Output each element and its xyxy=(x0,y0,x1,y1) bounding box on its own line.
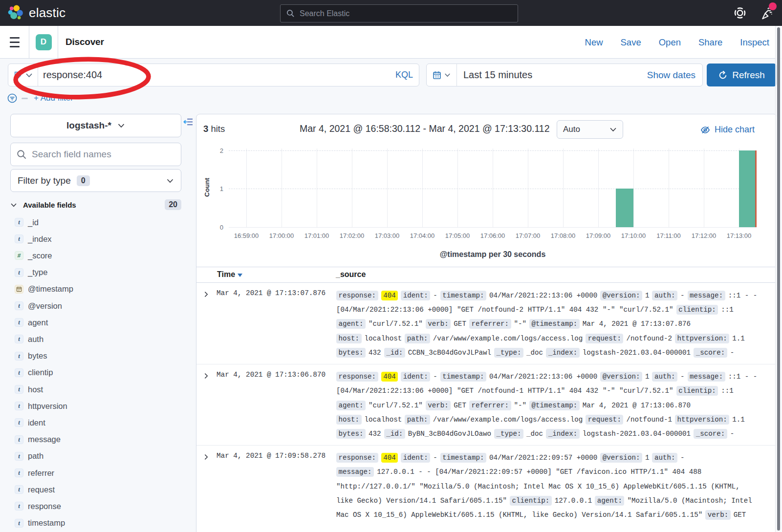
newsfeed-icon[interactable] xyxy=(760,6,774,20)
field-value: GET xyxy=(454,320,466,328)
field-item-version[interactable]: t@version xyxy=(15,300,62,312)
field-name-badge: @version: xyxy=(600,291,642,300)
collapse-sidebar-icon[interactable] xyxy=(183,117,194,127)
field-item-referrer[interactable]: treferrer xyxy=(15,467,54,479)
gridline-vertical xyxy=(387,149,388,227)
show-dates-button[interactable]: Show dates xyxy=(647,70,702,81)
date-picker: Last 15 minutes Show dates xyxy=(426,64,703,86)
gridline-vertical xyxy=(633,149,634,227)
field-item-path[interactable]: tpath xyxy=(15,450,43,462)
add-filter-button[interactable]: + Add filter xyxy=(34,93,73,103)
field-item-index[interactable]: t_index xyxy=(15,233,52,245)
nav-link-new[interactable]: New xyxy=(585,37,603,48)
query-input[interactable]: response:404 KQL xyxy=(8,64,419,86)
field-value: 1 xyxy=(645,373,650,381)
row-time[interactable]: Mar 4, 2021 @ 17:13:06.870 xyxy=(217,371,326,379)
source-line: "http://127.0.0.1/" "Mozilla/5.0 (Macint… xyxy=(336,479,752,493)
nav-link-save[interactable]: Save xyxy=(621,37,641,48)
row-time[interactable]: Mar 4, 2021 @ 17:13:07.876 xyxy=(217,289,326,297)
field-item-timestamp[interactable]: ttimestamp xyxy=(15,517,65,529)
field-item-type[interactable]: t_type xyxy=(15,267,47,278)
field-value: - xyxy=(433,373,437,381)
field-item-httpversion[interactable]: thttpversion xyxy=(15,400,67,412)
field-item-id[interactable]: t_id xyxy=(15,216,39,228)
filter-by-type-select[interactable]: Filter by type 0 xyxy=(10,169,181,192)
sort-desc-icon[interactable] xyxy=(238,274,242,277)
nav-link-inspect[interactable]: Inspect xyxy=(740,37,769,48)
field-item-host[interactable]: thost xyxy=(15,383,43,395)
help-icon[interactable] xyxy=(733,6,747,20)
field-item-message[interactable]: tmessage xyxy=(15,434,61,446)
column-header-time[interactable]: Time xyxy=(217,270,235,279)
date-quick-select-button[interactable] xyxy=(427,64,457,86)
field-value: 1 xyxy=(645,292,650,299)
row-time[interactable]: Mar 4, 2021 @ 17:09:58.278 xyxy=(217,452,326,460)
string-type-icon: t xyxy=(15,268,23,277)
x-axis-tick-label: 17:03:00 xyxy=(375,232,400,239)
source-line: [04/Mar/2021:22:13:06 +0000] "GET /notfo… xyxy=(336,384,757,398)
elastic-brand[interactable]: elastic xyxy=(0,4,65,22)
expand-row-icon[interactable] xyxy=(203,291,209,298)
field-name-badge: bytes: xyxy=(336,348,366,358)
field-value: 1.1 xyxy=(732,416,745,424)
string-type-icon: t xyxy=(15,234,23,243)
field-item-auth[interactable]: tauth xyxy=(15,333,43,345)
field-item-clientip[interactable]: tclientip xyxy=(15,367,53,379)
field-name-badge: httpversion: xyxy=(675,334,729,343)
field-name-badge: response: xyxy=(336,291,378,300)
histogram-bar[interactable] xyxy=(616,189,633,227)
field-name-badge: agent: xyxy=(336,319,366,329)
y-axis-tick-label: 1 xyxy=(220,185,223,192)
refresh-button[interactable]: Refresh xyxy=(707,64,777,86)
index-pattern-select[interactable]: logstash-* xyxy=(10,114,181,137)
field-item-bytes[interactable]: tbytes xyxy=(15,350,47,362)
x-axis-tick-label: 17:04:00 xyxy=(410,232,435,239)
expand-row-icon[interactable] xyxy=(203,454,209,460)
nav-link-share[interactable]: Share xyxy=(698,37,722,48)
discover-app-icon[interactable]: D xyxy=(29,26,58,58)
field-value: - xyxy=(680,454,685,462)
gridline-vertical xyxy=(422,149,423,227)
global-search-input[interactable]: Search Elastic xyxy=(280,4,518,22)
field-search-input[interactable]: Search field names xyxy=(10,143,181,166)
string-type-icon: t xyxy=(15,502,23,511)
filter-menu-icon[interactable] xyxy=(7,93,17,103)
field-item-ident[interactable]: tident xyxy=(15,417,45,428)
scrollbar-thumb[interactable] xyxy=(777,27,780,531)
string-type-icon: t xyxy=(15,452,23,461)
field-item-response[interactable]: tresponse xyxy=(15,500,61,512)
saved-query-menu-button[interactable] xyxy=(8,64,38,86)
field-value: - xyxy=(433,292,437,299)
string-type-icon: t xyxy=(15,385,23,394)
field-name-badge: timestamp: xyxy=(440,372,486,382)
table-row: Mar 4, 2021 @ 17:13:06.870response:404id… xyxy=(196,364,777,446)
string-type-icon: t xyxy=(15,368,23,377)
histogram-bar[interactable] xyxy=(739,150,757,227)
field-name-badge: clientip: xyxy=(510,496,552,506)
field-value: localhost xyxy=(365,416,402,424)
field-name-badge: host: xyxy=(336,334,362,343)
refresh-icon xyxy=(718,71,727,80)
field-item-timestamp[interactable]: @timestamp xyxy=(15,283,73,295)
search-icon xyxy=(17,149,27,160)
field-item-agent[interactable]: tagent xyxy=(15,317,48,328)
field-value: logstash-2021.03.04-000001 xyxy=(583,430,691,438)
expand-row-icon[interactable] xyxy=(203,373,209,379)
nav-link-open[interactable]: Open xyxy=(659,37,681,48)
field-name-badge: _id: xyxy=(384,348,405,358)
query-language-button[interactable]: KQL xyxy=(395,70,419,80)
highlighted-value: 404 xyxy=(381,453,398,463)
menu-icon[interactable] xyxy=(0,26,29,58)
field-name-badge: ident: xyxy=(401,291,430,300)
field-value: - xyxy=(730,430,735,438)
column-header-source[interactable]: _source xyxy=(336,270,366,279)
field-item-request[interactable]: trequest xyxy=(15,484,55,495)
available-fields-header[interactable]: Available fields 20 xyxy=(10,199,181,211)
scrollbar[interactable] xyxy=(775,26,782,532)
x-axis-tick-label: 17:11:00 xyxy=(656,232,681,239)
field-item-score[interactable]: #_score xyxy=(15,250,52,261)
x-axis-tick-label: 17:00:00 xyxy=(269,232,294,239)
field-name-badge: verb: xyxy=(426,319,451,329)
query-text[interactable]: response:404 xyxy=(38,69,395,81)
time-range-value[interactable]: Last 15 minutes xyxy=(457,69,647,81)
